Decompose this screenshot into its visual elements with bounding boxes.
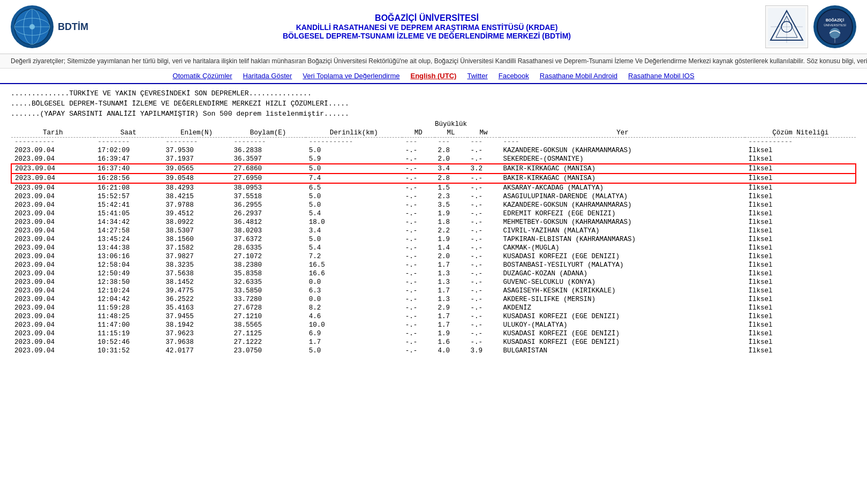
table-row: 2023.09.0412:10:2439.477533.58506.3-.-1.… [11,287,856,295]
table-row: 2023.09.0412:04:4236.252233.72800.0-.-1.… [11,295,856,304]
table-row: 2023.09.0414:34:4238.092236.481218.0-.-1… [11,218,856,227]
table-row: 2023.09.0413:45:2438.156037.63725.0-.-1.… [11,235,856,244]
table-row: 2023.09.0410:52:4637.963827.12221.7-.-1.… [11,338,856,347]
header-titles: BOĞAZİÇİ ÜNİVERSİTESİ KANDİLLİ RASATHANE… [88,13,765,40]
table-row: 2023.09.0413:44:3837.158228.63355.4-.-1.… [11,244,856,252]
nav-harita[interactable]: Haritada Göster [243,72,292,80]
buyukluk-header: Büyüklük [402,120,500,129]
table-row: 2023.09.0411:48:2537.945527.12104.6-.-1.… [11,312,856,321]
logo-right: BOĞAZİÇİ ÜNİVERSİTESİ [765,5,856,48]
bogazici-logo: BOĞAZİÇİ ÜNİVERSİTESİ [813,5,856,48]
navigation: Otomatik Çözümler Haritada Göster Veri T… [0,69,867,84]
table-row: 2023.09.0410:31:5242.017723.07505.0-.-4.… [11,347,856,355]
bdtim-label: BDTİM [58,21,88,33]
empty-header [11,120,402,129]
center-title: BÖLGESEL DEPREM-TSUNAMI İZLEME VE DEĞERL… [99,32,755,40]
table-row: 2023.09.0412:50:4937.563835.835816.6-.-1… [11,269,856,278]
svg-text:BOĞAZİÇİ: BOĞAZİÇİ [826,18,844,22]
table-row: 2023.09.0415:41:0539.451226.29375.4-.-1.… [11,209,856,218]
col-yer: Yer [500,129,745,138]
table-row: 2023.09.0411:47:0038.194238.556510.0-.-1… [11,321,856,329]
nav-ios[interactable]: Rasathane Mobil IOS [628,72,695,80]
table-row: 2023.09.0416:28:5639.054827.69507.4-.-2.… [11,174,856,183]
nav-facebook[interactable]: Facebook [499,72,529,80]
bdtim-logo [11,5,54,48]
table-row: 2023.09.0416:37:4039.056527.68605.0-.-3.… [11,164,856,174]
logo-left: BDTİM [11,5,88,48]
intro-line1: ..............TÜRKİYE VE YAKIN ÇEVRESİND… [11,89,856,97]
table-row: 2023.09.0416:21:0838.429338.09536.5-.-1.… [11,183,856,192]
nav-veri[interactable]: Veri Toplama ve Değerlendirme [303,72,399,80]
empty-header2 [500,120,856,129]
svg-point-15 [830,28,840,39]
table-row: 2023.09.0414:27:5838.530738.02033.4-.-2.… [11,227,856,235]
nav-otomatik[interactable]: Otomatik Çözümler [172,72,232,80]
col-mw: Mw [468,129,500,138]
earthquake-table: Büyüklük Tarih Saat Enlem(N) Boylam(E) D… [11,120,856,355]
col-saat: Saat [94,129,162,138]
table-row: 2023.09.0411:15:1937.962327.11256.9-.-1.… [11,329,856,338]
col-boylam: Boylam(E) [230,129,305,138]
col-derinlik: Derinlik(km) [306,129,402,138]
col-enlem: Enlem(N) [162,129,230,138]
table-row: 2023.09.0412:58:0438.323538.238016.5-.-1… [11,261,856,269]
col-md: MD [402,129,435,138]
nav-twitter[interactable]: Twitter [467,72,487,80]
table-row: 2023.09.0415:42:4137.978836.29555.0-.-3.… [11,201,856,209]
col-tarih: Tarih [11,129,94,138]
institute-title: KANDİLLİ RASATHANESİ VE DEPREM ARAŞTIRMA… [99,23,755,32]
table-row: 2023.09.0412:38:5038.145232.63350.0-.-1.… [11,278,856,287]
nav-android[interactable]: Rasathane Mobil Android [540,72,617,80]
page-header: BDTİM BOĞAZİÇİ ÜNİVERSİTESİ KANDİLLİ RAS… [0,0,867,54]
notice-bar: Değerli ziyaretçiler; Sitemizde yayımlan… [0,54,867,69]
svg-text:ÜNİVERSİTESİ: ÜNİVERSİTESİ [824,24,846,27]
col-ml: ML [435,129,468,138]
separator-row: ---------- -------- -------- -------- --… [11,138,856,147]
intro-line3: .......(YAPAY SARSINTI ANALİZİ YAPILMAMI… [11,110,856,118]
table-row: 2023.09.0415:52:5738.421537.55185.0-.-2.… [11,192,856,201]
col-cozum: Çözüm Niteliği [745,129,856,138]
table-row: 2023.09.0417:02:0937.953036.28385.0-.-2.… [11,146,856,155]
table-row: 2023.09.0413:06:1637.982727.10727.2-.-2.… [11,252,856,261]
main-content: ..............TÜRKİYE VE YAKIN ÇEVRESİND… [0,84,867,360]
university-title: BOĞAZİÇİ ÜNİVERSİTESİ [99,13,755,23]
table-row: 2023.09.0411:59:2835.416327.67288.2-.-2.… [11,304,856,312]
table-row: 2023.09.0416:39:4737.193736.35975.9-.-2.… [11,155,856,164]
nav-english[interactable]: English (UTC) [410,72,456,80]
intro-line2: .....BÖLGESEL DEPREM-TSUNAMİ İZLEME VE D… [11,100,856,108]
kandilli-logo [765,5,808,48]
